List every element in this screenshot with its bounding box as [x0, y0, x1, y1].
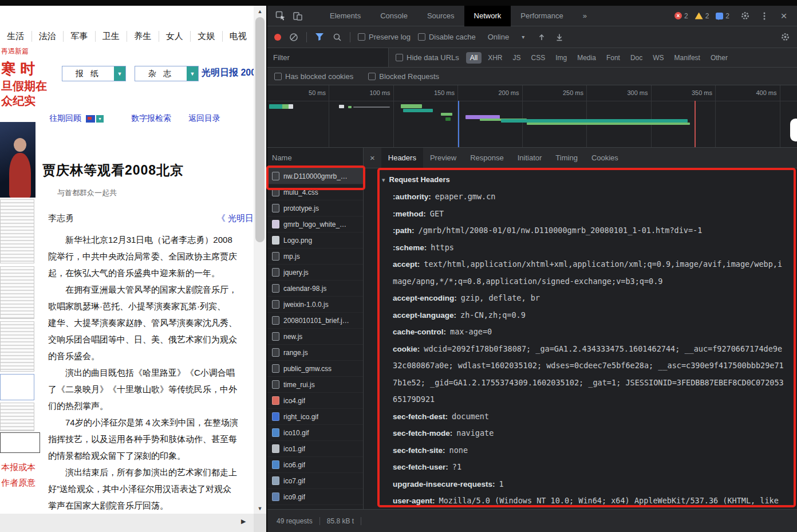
devtools-tab[interactable]: Console [370, 6, 417, 26]
nav-link[interactable]: 电视 [223, 31, 254, 42]
nav-link[interactable]: 养生 [127, 31, 159, 42]
filter-input[interactable]: Filter [267, 48, 389, 67]
devtools-tab[interactable]: Elements [320, 6, 370, 26]
request-row[interactable]: mulu_4.css [267, 184, 363, 200]
article-photo[interactable] [0, 122, 35, 198]
warning-badge[interactable]: 2 [695, 12, 709, 20]
request-row[interactable]: jquery.js [267, 265, 363, 281]
device-toolbar-icon[interactable] [289, 6, 306, 26]
close-detail-icon[interactable]: × [364, 148, 381, 168]
link-digital-search[interactable]: 数字报检索 [131, 113, 171, 124]
request-row[interactable]: prototype.js [267, 200, 363, 216]
scroll-down-icon[interactable]: ▼ [254, 503, 266, 514]
page-thumbnail[interactable] [0, 403, 34, 431]
name-column-header[interactable]: Name [267, 148, 363, 168]
request-row[interactable]: ico6.gif [267, 457, 363, 473]
request-row[interactable]: new.js [267, 329, 363, 345]
request-row[interactable]: right_ico.gif [267, 409, 363, 425]
dropdown-arrow-icon[interactable]: ▼ [114, 66, 125, 81]
clear-icon[interactable] [289, 32, 299, 42]
filter-type-button[interactable]: Other [707, 52, 732, 64]
hide-data-urls-checkbox[interactable]: Hide data URLs [396, 53, 459, 62]
request-row[interactable]: jweixin-1.0.0.js [267, 297, 363, 313]
request-row[interactable]: calendar-98.js [267, 281, 363, 297]
filter-type-button[interactable]: XHR [484, 52, 506, 64]
error-badge[interactable]: × 2 [674, 12, 688, 20]
nav-link[interactable]: 军事 [64, 31, 96, 42]
request-row[interactable]: ico4.gif [267, 393, 363, 409]
disable-cache-checkbox[interactable]: Disable cache [418, 33, 476, 41]
request-row[interactable]: gmrb_logo_white_… [267, 216, 363, 232]
devtools-tab[interactable]: » [573, 6, 597, 26]
devtools-tab[interactable]: Sources [417, 6, 464, 26]
export-har-icon[interactable] [554, 32, 565, 42]
request-row[interactable]: mp.js [267, 249, 363, 265]
page-thumbnail[interactable] [0, 199, 34, 263]
nav-link[interactable]: 女人 [159, 31, 191, 42]
collapse-triangle-icon[interactable]: ▾ [382, 176, 385, 183]
issues-badge[interactable]: 2 [716, 12, 729, 20]
detail-tab[interactable]: Preview [423, 148, 463, 168]
network-settings-gear-icon[interactable] [780, 32, 790, 42]
request-row[interactable]: range.js [267, 345, 363, 361]
filter-type-button[interactable]: JS [508, 52, 524, 64]
filter-icon[interactable] [314, 32, 325, 42]
nav-link[interactable]: 文娱 [191, 31, 223, 42]
request-row[interactable]: nw.D110000gmrb_… [267, 168, 363, 184]
close-devtools-icon[interactable]: × [775, 6, 792, 26]
detail-tab[interactable]: Timing [549, 148, 585, 168]
scroll-up-icon[interactable]: ▲ [254, 6, 266, 17]
detail-tab[interactable]: Headers [381, 148, 423, 168]
timeline-tick-label: 50 ms [267, 85, 329, 147]
filter-type-button[interactable]: Img [551, 52, 571, 64]
filter-type-button[interactable]: Media [573, 52, 600, 64]
request-row[interactable]: public_gmw.css [267, 361, 363, 377]
preserve-log-checkbox[interactable]: Preserve log [358, 33, 411, 41]
nav-link[interactable]: 生活 [0, 31, 32, 42]
kebab-menu-icon[interactable] [756, 6, 773, 26]
request-row[interactable]: ico10.gif [267, 425, 363, 441]
nav-link[interactable]: 法治 [32, 31, 64, 42]
request-row[interactable]: 2008010101_brief.j… [267, 313, 363, 329]
filter-type-button[interactable]: WS [649, 52, 668, 64]
network-overview-timeline[interactable]: 50 ms100 ms150 ms200 ms250 ms300 ms350 m… [267, 85, 797, 148]
nav-link[interactable]: 卫生 [96, 31, 128, 42]
filter-type-button[interactable]: All [466, 52, 482, 64]
request-row[interactable]: ico7.gif [267, 473, 363, 489]
link-past-issues[interactable]: 往期回顾 [49, 113, 81, 124]
page-layout-icon[interactable]: ▾ [86, 115, 104, 123]
blocked-requests-checkbox[interactable]: Blocked Requests [368, 72, 439, 81]
magazine-select[interactable]: 杂 志 ▼ [135, 66, 199, 81]
link-back-to-contents[interactable]: 返回目录 [188, 113, 220, 124]
request-row[interactable]: ico9.gif [267, 489, 363, 505]
horizontal-scrollbar[interactable]: ▶ [0, 514, 266, 532]
throttling-select[interactable]: Online ▾ [488, 33, 525, 41]
request-row[interactable]: Logo.png [267, 232, 363, 249]
devtools-tab[interactable]: Network [464, 6, 511, 26]
chevron-down-icon: ▾ [522, 34, 524, 40]
record-button[interactable] [274, 34, 281, 41]
settings-gear-icon[interactable] [736, 6, 753, 26]
detail-tab[interactable]: Initiator [511, 148, 549, 168]
has-blocked-cookies-checkbox[interactable]: Has blocked cookies [274, 72, 353, 81]
request-row[interactable]: ico1.gif [267, 441, 363, 457]
scroll-right-icon[interactable]: ▶ [241, 518, 246, 525]
filter-type-button[interactable]: Manifest [670, 52, 704, 64]
page-thumbnail[interactable] [0, 374, 34, 400]
dropdown-arrow-icon[interactable]: ▼ [187, 66, 198, 81]
search-icon[interactable] [332, 32, 342, 42]
request-row[interactable]: time_rui.js [267, 377, 363, 393]
detail-tab[interactable]: Cookies [585, 148, 625, 168]
filter-type-button[interactable]: CSS [527, 52, 549, 64]
page-thumbnail[interactable] [0, 321, 34, 372]
detail-tab[interactable]: Response [463, 148, 511, 168]
paper-select[interactable]: 报 纸 ▼ [62, 66, 126, 81]
scrollbar-thumb[interactable] [255, 17, 265, 242]
import-har-icon[interactable] [536, 32, 547, 42]
filter-type-button[interactable]: Font [602, 52, 624, 64]
page-thumbnail[interactable] [0, 266, 34, 319]
vertical-scrollbar[interactable]: ▲ ▼ [254, 6, 266, 514]
filter-type-button[interactable]: Doc [626, 52, 646, 64]
devtools-tab[interactable]: Performance [511, 6, 573, 26]
inspect-element-icon[interactable] [272, 6, 289, 26]
